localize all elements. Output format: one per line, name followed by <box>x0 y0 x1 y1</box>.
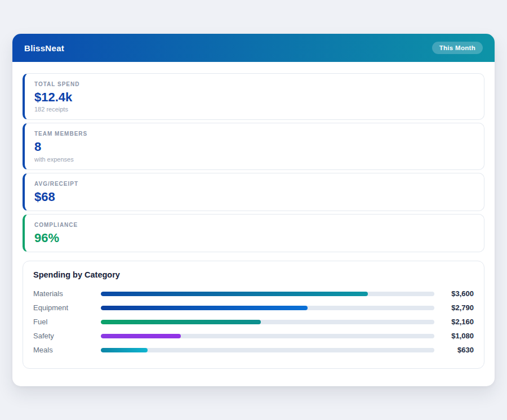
stat-label: TOTAL SPEND <box>34 81 474 87</box>
category-bar-row: Safety $1,080 <box>33 329 474 343</box>
stat-label: AVG/RECEIPT <box>34 181 474 187</box>
dashboard-content: TOTAL SPEND $12.4k 182 receipts TEAM MEM… <box>12 62 495 369</box>
stats-list: TOTAL SPEND $12.4k 182 receipts TEAM MEM… <box>23 73 484 252</box>
category-label: Safety <box>33 332 101 340</box>
section-title: Spending by Category <box>33 270 474 279</box>
stat-value: 8 <box>34 140 474 154</box>
category-label: Fuel <box>33 318 101 326</box>
stat-label: COMPLIANCE <box>34 222 474 228</box>
stat-value: $68 <box>34 190 474 204</box>
category-value: $2,790 <box>439 303 474 312</box>
bar-fill <box>101 348 148 352</box>
bar-fill <box>101 320 261 324</box>
category-value: $2,160 <box>439 318 474 326</box>
stat-label: TEAM MEMBERS <box>34 131 474 137</box>
stat-subtitle: with expenses <box>34 156 474 163</box>
app-title: BlissNeat <box>24 43 64 53</box>
category-bars: Materials $3,600 Equipment $2,790 Fuel $… <box>33 287 474 357</box>
category-value: $1,080 <box>439 332 474 340</box>
stat-subtitle: 182 receipts <box>34 106 474 113</box>
bar-fill <box>101 334 181 338</box>
stat-card: TEAM MEMBERS 8 with expenses <box>23 123 484 169</box>
bar-track <box>101 334 434 338</box>
category-label: Materials <box>33 289 101 298</box>
category-value: $3,600 <box>439 289 474 298</box>
category-bar-row: Fuel $2,160 <box>33 315 474 329</box>
bar-track <box>101 292 434 296</box>
app-header: BlissNeat This Month <box>12 34 495 62</box>
category-value: $630 <box>439 346 474 354</box>
category-label: Meals <box>33 346 101 354</box>
category-bar-row: Equipment $2,790 <box>33 301 474 315</box>
stat-card: COMPLIANCE 96% <box>23 214 484 252</box>
stat-card: AVG/RECEIPT $68 <box>23 173 484 211</box>
spending-by-category-card: Spending by Category Materials $3,600 Eq… <box>23 261 484 369</box>
stat-value: 96% <box>34 231 474 245</box>
bar-track <box>101 306 434 310</box>
bar-fill <box>101 306 308 310</box>
category-bar-row: Meals $630 <box>33 343 474 357</box>
category-label: Equipment <box>33 303 101 312</box>
period-badge[interactable]: This Month <box>432 42 483 54</box>
stat-card: TOTAL SPEND $12.4k 182 receipts <box>23 73 484 120</box>
bar-track <box>101 320 434 324</box>
bar-track <box>101 348 434 352</box>
dashboard-card: BlissNeat This Month TOTAL SPEND $12.4k … <box>12 34 495 386</box>
bar-fill <box>101 292 368 296</box>
stat-value: $12.4k <box>34 90 474 104</box>
category-bar-row: Materials $3,600 <box>33 287 474 301</box>
